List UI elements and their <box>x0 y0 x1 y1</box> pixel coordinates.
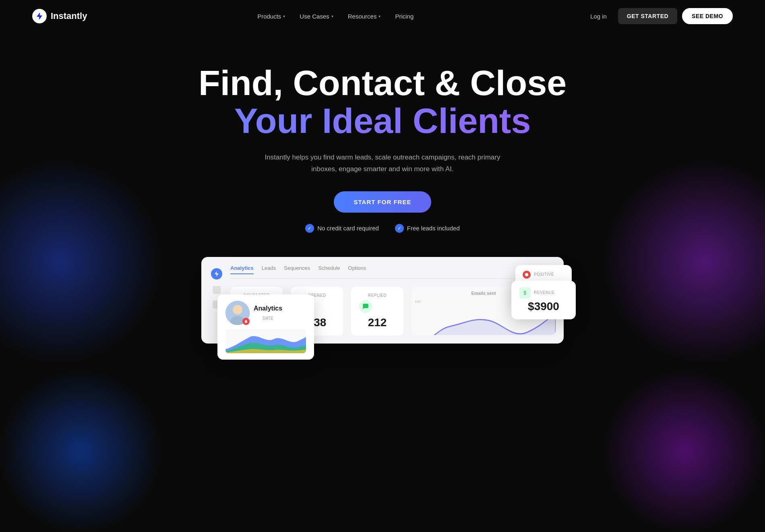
logo-text: Instantly <box>51 11 87 21</box>
nav-pricing[interactable]: Pricing <box>389 10 419 23</box>
svg-point-2 <box>233 305 242 315</box>
avatar-wrapper <box>225 301 250 325</box>
hero-title-line2: Your Ideal Clients <box>8 101 757 141</box>
nav-actions: Log in GET STARTED SEE DEMO <box>584 8 733 24</box>
logo-icon <box>32 9 47 23</box>
analytics-bottom-card: Analytics DATE <box>217 294 314 360</box>
tab-leads[interactable]: Leads <box>262 265 276 274</box>
dashboard-preview: Analytics Leads Sequences Schedule Optio… <box>201 257 564 344</box>
check-icon-1: ✓ <box>305 224 314 233</box>
hero-subtitle: Instantly helps you find warm leads, sca… <box>262 152 503 175</box>
positive-icon <box>523 271 531 279</box>
hero-title-line1: Find, Contact & Close <box>8 64 757 101</box>
stat-replied-label: REPLIED <box>359 293 395 298</box>
sidebar-logo-icon <box>211 268 222 279</box>
bg-glow-bottom-right <box>604 371 765 532</box>
positive-label: POSITIVE <box>534 272 554 277</box>
check-icon-2: ✓ <box>395 224 404 233</box>
badge-label-1: No credit card required <box>317 225 379 232</box>
stat-replied-value: 212 <box>359 316 395 329</box>
bg-glow-bottom-left <box>0 371 161 532</box>
dashboard-tabs: Analytics Leads Sequences Schedule Optio… <box>230 265 556 279</box>
nav-products[interactable]: Products ▾ <box>252 10 291 23</box>
tab-schedule[interactable]: Schedule <box>318 265 340 274</box>
nav-use-cases[interactable]: Use Cases ▾ <box>294 10 339 23</box>
chevron-icon: ▾ <box>378 14 380 19</box>
logo-link[interactable]: Instantly <box>32 9 87 23</box>
start-free-button[interactable]: START FOR FREE <box>334 191 432 213</box>
revenue-icon <box>519 287 531 298</box>
revenue-card: REVENUE $3900 <box>511 281 576 319</box>
svg-point-0 <box>525 273 528 276</box>
chevron-icon: ▾ <box>283 14 285 19</box>
nav-resources[interactable]: Resources ▾ <box>342 10 387 23</box>
chat-icon <box>359 300 372 313</box>
hero-badges: ✓ No credit card required ✓ Free leads i… <box>8 224 757 233</box>
revenue-label: REVENUE <box>534 290 555 295</box>
chevron-icon: ▾ <box>331 14 333 19</box>
see-demo-button[interactable]: SEE DEMO <box>682 8 733 24</box>
navbar: Instantly Products ▾ Use Cases ▾ Resourc… <box>0 0 765 32</box>
revenue-value: $3900 <box>519 300 568 313</box>
date-label: DATE <box>254 316 282 321</box>
login-link[interactable]: Log in <box>584 10 613 23</box>
badge-free-leads: ✓ Free leads included <box>395 224 460 233</box>
nav-links: Products ▾ Use Cases ▾ Resources ▾ Prici… <box>252 10 419 23</box>
hero-title: Find, Contact & Close Your Ideal Clients <box>8 64 757 141</box>
get-started-button[interactable]: GET STARTED <box>618 8 677 24</box>
tab-analytics[interactable]: Analytics <box>230 265 254 274</box>
hero-section: Find, Contact & Close Your Ideal Clients… <box>0 32 765 368</box>
tab-sequences[interactable]: Sequences <box>284 265 310 274</box>
analytics-card-title: Analytics <box>254 305 282 312</box>
badge-no-credit-card: ✓ No credit card required <box>305 224 379 233</box>
tab-options[interactable]: Options <box>348 265 366 274</box>
sidebar-icon-home <box>213 286 221 294</box>
notification-badge <box>242 318 250 325</box>
badge-label-2: Free leads included <box>407 225 460 232</box>
stat-replied: REPLIED 212 <box>351 287 403 335</box>
